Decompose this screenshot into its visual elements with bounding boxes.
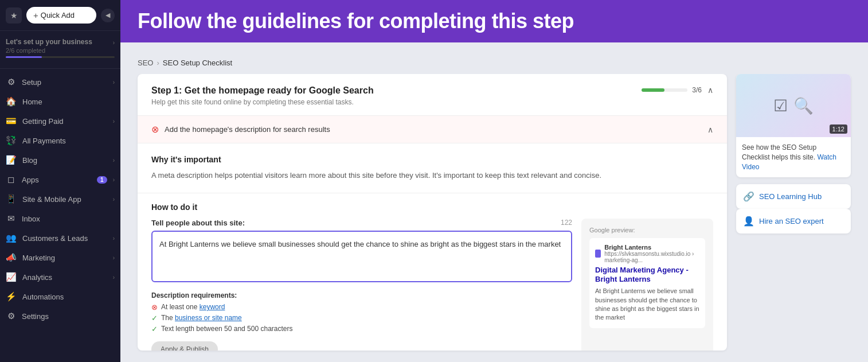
req-item-keyword: ⊗ At least one keyword	[151, 303, 572, 312]
req-ok-icon-1: ✓	[151, 314, 158, 322]
star-icon[interactable]: ★	[6, 7, 22, 24]
sidebar-label-analytics: Analytics	[22, 273, 107, 282]
task-item-left: ⊗ Add the homepage's description for sea…	[151, 124, 330, 135]
video-card-body: See how the SEO Setup Checklist helps th…	[736, 137, 851, 177]
requirements-section: Description requirements: ⊗ At least one…	[151, 291, 572, 333]
sidebar-label-home: Home	[22, 98, 115, 106]
how-to-section: How to do it Tell people about this site…	[138, 193, 727, 351]
sidebar-item-apps[interactable]: ◻ Apps 1 ›	[0, 170, 120, 189]
link-card-seo-hub[interactable]: 🔗 SEO Learning Hub	[736, 184, 851, 209]
breadcrumb: SEO › SEO Setup Checklist	[120, 52, 868, 74]
sidebar-item-customers[interactable]: 👥 Customers & Leads ›	[0, 228, 120, 248]
tell-people-row: Tell people about this site: 122	[151, 219, 572, 227]
link-label-seo-hub: SEO Learning Hub	[759, 192, 822, 201]
sidebar-chevron-blog: ›	[113, 157, 115, 164]
video-card-text: See how the SEO Setup Checklist helps th…	[742, 143, 816, 161]
sidebar-label-settings: Settings	[22, 312, 115, 321]
sidebar-item-automations[interactable]: ⚡ Automations	[0, 287, 120, 306]
sidebar-collapse-button[interactable]: ◀	[101, 9, 115, 22]
form-side: Tell people about this site: 122 At Brig…	[151, 219, 572, 351]
sidebar-item-marketing[interactable]: 📣 Marketing ›	[0, 248, 120, 267]
task-item[interactable]: ⊗ Add the homepage's description for sea…	[138, 116, 727, 143]
sidebar-label-all-payments: All Payments	[22, 137, 115, 145]
sidebar-chevron-customers: ›	[113, 235, 115, 242]
link-icon-seo-hub: 🔗	[743, 191, 754, 202]
sidebar-header: ★ + Quick Add ◀	[0, 0, 120, 31]
sidebar-icon-apps: ◻	[6, 174, 16, 185]
sidebar-item-settings[interactable]: ⚙ Settings	[0, 306, 120, 326]
step-collapse-icon[interactable]: ∧	[707, 85, 713, 95]
right-panel: ☑ 🔍 1:12 See how the SEO Setup Checklist…	[736, 74, 851, 351]
link-cards: 🔗 SEO Learning Hub 👤 Hire an SEO expert	[736, 184, 851, 233]
gp-title[interactable]: Digital Marketing Agency - Bright Lanter…	[595, 266, 699, 285]
link-card-seo-expert[interactable]: 👤 Hire an SEO expert	[736, 209, 851, 233]
plus-icon: +	[33, 10, 38, 20]
sidebar-icon-settings: ⚙	[6, 311, 16, 321]
sidebar-icon-analytics: 📈	[6, 272, 17, 282]
business-section-header[interactable]: Let's set up your business ›	[6, 38, 115, 47]
main-panel: Step 1: Get the homepage ready for Googl…	[138, 74, 727, 351]
sidebar-label-customers: Customers & Leads	[22, 234, 107, 243]
step-progress-fill	[642, 88, 664, 92]
gp-description: At Bright Lanterns we believe small busi…	[595, 287, 699, 322]
meta-description-textarea[interactable]: At Bright Lanterns we believe small busi…	[151, 231, 572, 282]
sidebar-item-getting-paid[interactable]: 💳 Getting Paid ›	[0, 111, 120, 131]
progress-bar-fill	[6, 56, 42, 58]
breadcrumb-current: SEO Setup Checklist	[163, 59, 232, 67]
sidebar-item-site-mobile[interactable]: 📱 Site & Mobile App ›	[0, 189, 120, 209]
breadcrumb-root[interactable]: SEO	[138, 59, 153, 67]
sidebar-item-setup[interactable]: ⚙ Setup ›	[0, 72, 120, 92]
sidebar-item-home[interactable]: 🏠 Home	[0, 92, 120, 111]
sidebar-label-getting-paid: Getting Paid	[22, 117, 107, 126]
sidebar-label-site-mobile: Site & Mobile App	[22, 195, 107, 204]
sidebar-item-inbox[interactable]: ✉ Inbox	[0, 209, 120, 228]
sidebar-icon-home: 🏠	[6, 96, 17, 107]
progress-bar-bg	[6, 56, 115, 58]
how-to-content: Tell people about this site: 122 At Brig…	[151, 219, 713, 351]
quick-add-button[interactable]: + Quick Add	[26, 7, 96, 24]
apply-publish-button[interactable]: Apply & Publish	[151, 341, 218, 351]
step-progress-bar	[642, 88, 687, 92]
req-length-text: Text length between 50 and 500 character…	[161, 325, 293, 333]
req-name-text: The business or site name	[161, 314, 242, 322]
sidebar-icon-getting-paid: 💳	[6, 116, 17, 126]
sidebar-icon-automations: ⚡	[6, 291, 17, 302]
content-area: Step 1: Get the homepage ready for Googl…	[120, 74, 868, 362]
keyword-link[interactable]: keyword	[200, 303, 225, 311]
video-card: ☑ 🔍 1:12 See how the SEO Setup Checklist…	[736, 74, 851, 177]
step-title: Step 1: Get the homepage ready for Googl…	[151, 85, 374, 96]
task-label: Add the homepage's description for searc…	[165, 125, 330, 134]
req-keyword-text: At least one keyword	[161, 303, 225, 311]
char-count: 122	[561, 219, 572, 227]
step-header-left: Step 1: Get the homepage ready for Googl…	[151, 85, 374, 106]
sidebar-icon-all-payments: 💱	[6, 135, 17, 146]
gp-favicon	[595, 250, 601, 258]
sidebar-label-setup: Setup	[22, 78, 107, 87]
sidebar-icon-marketing: 📣	[6, 252, 17, 263]
sidebar-label-blog: Blog	[22, 156, 107, 165]
video-duration: 1:12	[830, 124, 847, 134]
sidebar-chevron-setup: ›	[113, 79, 115, 85]
sidebar-chevron-apps: ›	[113, 177, 115, 183]
banner-title: Follow the guidelines for completing thi…	[138, 9, 574, 33]
why-important-body: A meta description helps potential visit…	[151, 170, 713, 181]
sidebar-icon-inbox: ✉	[6, 213, 16, 224]
step-progress: 3/6	[642, 86, 702, 94]
sidebar-item-all-payments[interactable]: 💱 All Payments	[0, 131, 120, 150]
google-preview-panel: Google preview: Bright Lanterns https://…	[581, 219, 713, 351]
task-chevron-icon[interactable]: ∧	[707, 125, 713, 134]
business-name-link[interactable]: business or site name	[175, 314, 242, 322]
sidebar-item-analytics[interactable]: 📈 Analytics ›	[0, 267, 120, 287]
sidebar-badge-apps: 1	[97, 176, 107, 184]
video-thumbnail[interactable]: ☑ 🔍 1:12	[736, 74, 851, 137]
field-label: Tell people about this site:	[151, 219, 245, 227]
gp-site-info: Bright Lanterns https://slvksamsonstu.wi…	[604, 244, 699, 263]
link-icon-seo-expert: 👤	[743, 216, 754, 227]
sidebar-icon-blog: 📝	[6, 155, 17, 165]
req-ok-icon-2: ✓	[151, 325, 158, 333]
req-error-icon: ⊗	[151, 303, 158, 312]
step-subtitle: Help get this site found online by compl…	[151, 98, 374, 106]
sidebar-item-blog[interactable]: 📝 Blog ›	[0, 150, 120, 170]
video-checklist-icon: ☑	[773, 96, 788, 115]
gp-site-row: Bright Lanterns https://slvksamsonstu.wi…	[595, 244, 699, 263]
